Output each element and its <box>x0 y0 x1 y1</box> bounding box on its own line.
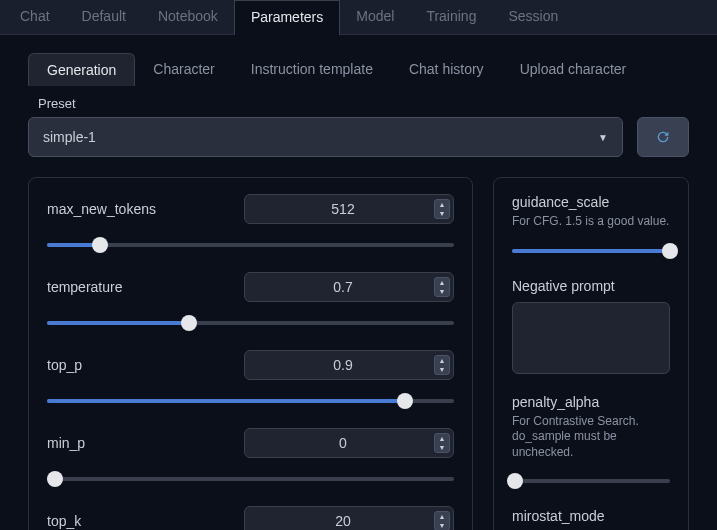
top_k-stepper[interactable]: ▲▼ <box>434 511 450 530</box>
temperature-input[interactable]: 0.7 <box>244 272 454 302</box>
preset-label: Preset <box>38 96 689 111</box>
top-tab-parameters[interactable]: Parameters <box>234 0 340 35</box>
max_new_tokens-stepper[interactable]: ▲▼ <box>434 199 450 219</box>
temperature-stepper[interactable]: ▲▼ <box>434 277 450 297</box>
temperature-slider[interactable] <box>47 316 454 330</box>
top_p-label: top_p <box>47 357 82 373</box>
max_new_tokens-label: max_new_tokens <box>47 201 156 217</box>
refresh-button[interactable] <box>637 117 689 157</box>
param-guidance-scale: guidance_scale For CFG. 1.5 is a good va… <box>512 194 670 258</box>
top_k-input[interactable]: 20 <box>244 506 454 530</box>
sub-tab-instruction-template[interactable]: Instruction template <box>233 53 391 86</box>
param-top_p: top_p0.9▲▼ <box>47 350 454 408</box>
guidance-scale-label: guidance_scale <box>512 194 670 210</box>
preset-dropdown[interactable]: simple-1 ▼ <box>28 117 623 157</box>
param-mirostat: mirostat_mode <box>512 508 670 524</box>
param-temperature: temperature0.7▲▼ <box>47 272 454 330</box>
panel-left: max_new_tokens512▲▼temperature0.7▲▼top_p… <box>28 177 473 530</box>
guidance-scale-slider[interactable] <box>512 244 670 258</box>
negative-prompt-label: Negative prompt <box>512 278 670 294</box>
penalty-alpha-desc: For Contrastive Search. do_sample must b… <box>512 414 670 461</box>
penalty-alpha-label: penalty_alpha <box>512 394 670 410</box>
chevron-down-icon: ▼ <box>598 132 608 143</box>
top-tab-default[interactable]: Default <box>66 0 142 34</box>
guidance-scale-desc: For CFG. 1.5 is a good value. <box>512 214 670 230</box>
preset-value: simple-1 <box>43 129 96 145</box>
param-min_p: min_p0▲▼ <box>47 428 454 486</box>
top-tab-training[interactable]: Training <box>410 0 492 34</box>
top_k-label: top_k <box>47 513 81 529</box>
mirostat-label: mirostat_mode <box>512 508 670 524</box>
refresh-icon <box>655 129 671 145</box>
top-tab-chat[interactable]: Chat <box>4 0 66 34</box>
negative-prompt-input[interactable] <box>512 302 670 374</box>
max_new_tokens-input[interactable]: 512 <box>244 194 454 224</box>
min_p-input[interactable]: 0 <box>244 428 454 458</box>
param-negative-prompt: Negative prompt <box>512 278 670 374</box>
top-tab-session[interactable]: Session <box>492 0 574 34</box>
temperature-label: temperature <box>47 279 122 295</box>
param-max_new_tokens: max_new_tokens512▲▼ <box>47 194 454 252</box>
min_p-stepper[interactable]: ▲▼ <box>434 433 450 453</box>
top_p-stepper[interactable]: ▲▼ <box>434 355 450 375</box>
param-penalty-alpha: penalty_alpha For Contrastive Search. do… <box>512 394 670 489</box>
top-tab-model[interactable]: Model <box>340 0 410 34</box>
sub-tab-upload-character[interactable]: Upload character <box>502 53 645 86</box>
max_new_tokens-slider[interactable] <box>47 238 454 252</box>
top-tabs: ChatDefaultNotebookParametersModelTraini… <box>0 0 717 35</box>
top_p-slider[interactable] <box>47 394 454 408</box>
panel-right: guidance_scale For CFG. 1.5 is a good va… <box>493 177 689 530</box>
min_p-slider[interactable] <box>47 472 454 486</box>
sub-tab-character[interactable]: Character <box>135 53 232 86</box>
sub-tabs: GenerationCharacterInstruction templateC… <box>28 53 717 86</box>
param-top_k: top_k20▲▼ <box>47 506 454 530</box>
top_p-input[interactable]: 0.9 <box>244 350 454 380</box>
min_p-label: min_p <box>47 435 85 451</box>
sub-tab-generation[interactable]: Generation <box>28 53 135 86</box>
top-tab-notebook[interactable]: Notebook <box>142 0 234 34</box>
sub-tab-chat-history[interactable]: Chat history <box>391 53 502 86</box>
penalty-alpha-slider[interactable] <box>512 474 670 488</box>
